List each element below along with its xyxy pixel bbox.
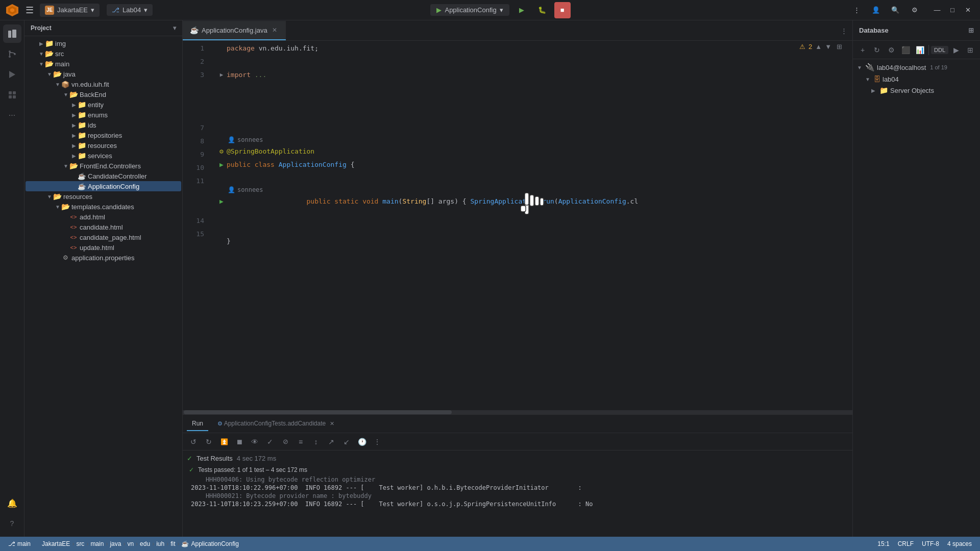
console-line-3: HHH000021: Bytecode provider name : byte…	[183, 492, 852, 500]
db-connection[interactable]: ▼ 🔌 lab04@localhost 1 of 19	[853, 61, 980, 73]
status-breadcrumb[interactable]: JakartaEE › src › main › java › vn › edu…	[39, 540, 242, 547]
warning-up-arrow[interactable]: ▲	[815, 43, 822, 51]
tree-item-java[interactable]: ▼ 📂 java	[26, 69, 181, 79]
collapse-btn[interactable]: ↙	[340, 435, 353, 448]
run-button[interactable]: ▶	[513, 2, 530, 18]
tab-close-button[interactable]: ✕	[271, 26, 279, 34]
run-until-btn[interactable]: ⏫	[217, 435, 231, 448]
rerun-btn[interactable]: ↺	[187, 435, 200, 448]
tree-item-src[interactable]: ▼ 📂 src	[26, 48, 181, 59]
stop-button[interactable]: ■	[554, 2, 571, 18]
activity-plugins[interactable]	[3, 86, 21, 104]
status-position[interactable]: 15:1	[874, 540, 892, 547]
tab-more-button[interactable]: ⋮	[836, 21, 852, 40]
activity-more[interactable]: ···	[3, 106, 21, 124]
pause-btn[interactable]: 👁	[248, 435, 261, 448]
maximize-button[interactable]: □	[945, 3, 960, 17]
tree-item-main[interactable]: ▼ 📂 main	[26, 59, 181, 69]
run-gutter-icon-2[interactable]: ▶	[219, 195, 224, 208]
warning-down-arrow[interactable]: ▼	[825, 43, 831, 51]
db-refresh-btn[interactable]: ↻	[870, 43, 884, 57]
tree-item-candidate-html[interactable]: <> candidate.html	[26, 222, 181, 232]
run-config-selector[interactable]: ▶ ApplicationConfig ▾	[430, 4, 509, 16]
branch-selector[interactable]: ⎇ Lab04 ▾	[107, 4, 153, 16]
activity-run-debug[interactable]	[3, 65, 21, 84]
close-button[interactable]: ✕	[961, 3, 975, 17]
ddl-arrow[interactable]: ▶	[949, 43, 963, 57]
db-server-objects[interactable]: ▶ 📁 Server Objects	[853, 85, 980, 96]
folder-icon: 📁	[45, 39, 53, 47]
tree-item-app-properties[interactable]: ⚙ application.properties	[26, 253, 181, 263]
expand-btn[interactable]: ↗	[325, 435, 338, 448]
sort-btn[interactable]: ≡	[294, 435, 307, 448]
console-line-1: HHH000406: Using bytecode reflection opt…	[183, 475, 852, 484]
tree-item-enums[interactable]: ▶ 📁 enums	[26, 110, 181, 120]
activity-project[interactable]	[3, 24, 21, 43]
tree-item-update-html[interactable]: <> update.html	[26, 242, 181, 253]
ignore-btn[interactable]: ⊘	[279, 435, 292, 448]
db-table-btn[interactable]: 📊	[913, 43, 926, 57]
activity-vcs[interactable]	[3, 45, 21, 63]
user-button[interactable]: 👤	[868, 2, 884, 18]
tree-item-add-html[interactable]: <> add.html	[26, 212, 181, 222]
status-indent[interactable]: 4 spaces	[944, 540, 975, 547]
db-console-btn[interactable]: ⬛	[899, 43, 912, 57]
tree-item-resources-be[interactable]: ▶ 📁 resources	[26, 140, 181, 151]
collapse-arrow: ▶	[70, 101, 78, 108]
test-results-header: ✓ Test Results 4 sec 172 ms	[183, 453, 852, 464]
settings-button[interactable]: ⚙	[906, 2, 923, 18]
editor-collapse-btn[interactable]: ⊞	[837, 43, 842, 51]
no-arrow	[62, 244, 69, 251]
bottom-tab-tests[interactable]: ⚙ ApplicationConfigTests.addCandidate ✕	[212, 417, 339, 431]
tree-item-package[interactable]: ▼ 📦 vn.edu.iuh.fit	[26, 79, 181, 89]
tree-item-frontend[interactable]: ▼ 📂 FrontEnd.Controllers	[26, 161, 181, 171]
search-button[interactable]: 🔍	[887, 2, 903, 18]
more-button[interactable]: ⋮	[848, 2, 865, 18]
db-more-btn[interactable]: ⊞	[964, 43, 977, 57]
db-sync-btn[interactable]: ⚙	[885, 43, 898, 57]
tree-item-ids[interactable]: ▶ 📁 ids	[26, 120, 181, 130]
bottom-tab-run[interactable]: Run	[187, 417, 208, 431]
tree-item-templates[interactable]: ▼ 📂 templates.candidates	[26, 202, 181, 212]
horizontal-scrollbar[interactable]	[183, 410, 852, 414]
tests-tab-close[interactable]: ✕	[330, 420, 334, 427]
group-btn[interactable]: ↕	[309, 435, 323, 448]
tree-item-candidate-controller[interactable]: ☕ CandidateController	[26, 171, 181, 181]
debug-button[interactable]: 🐛	[534, 2, 550, 18]
history-btn[interactable]: 🕐	[355, 435, 369, 448]
db-expand-arrow: ▼	[857, 65, 863, 70]
item-label: ids	[88, 121, 96, 129]
status-crlf[interactable]: CRLF	[895, 540, 917, 547]
tree-item-application-config[interactable]: ☕ ApplicationConfig	[26, 181, 181, 191]
line-numbers: 1 2 3 7 8 9 10 11 14 1	[183, 41, 208, 414]
activity-notifications[interactable]: 🔔	[3, 494, 21, 512]
tree-item-entity[interactable]: ▶ 📁 entity	[26, 99, 181, 110]
tree-item-img[interactable]: ▶ 📁 img	[26, 38, 181, 48]
tree-item-services[interactable]: ▶ 📁 services	[26, 151, 181, 161]
activity-help[interactable]: ?	[3, 514, 21, 533]
project-selector[interactable]: JE JakartaEE ▾	[40, 4, 100, 17]
check-btn[interactable]: ✓	[263, 435, 277, 448]
ddl-badge[interactable]: DDL	[931, 46, 948, 54]
expand-icon[interactable]: ▶	[220, 68, 224, 82]
tree-item-backend[interactable]: ▼ 📂 BackEnd	[26, 89, 181, 99]
tree-item-candidate-page-html[interactable]: <> candidate_page.html	[26, 232, 181, 242]
hamburger-menu[interactable]: ☰	[23, 3, 36, 18]
minimize-button[interactable]: —	[930, 3, 944, 17]
tree-item-resources[interactable]: ▼ 📂 resources	[26, 191, 181, 202]
code-editor[interactable]: ⚠ 2 ▲ ▼ ⊞ 1 2 3 7 8	[183, 41, 852, 414]
no-arrow	[54, 254, 61, 261]
db-add-btn[interactable]: +	[856, 43, 869, 57]
stop-btn[interactable]: ⏹	[233, 435, 246, 448]
code-content[interactable]: package vn.edu.iuh.fit; ▶ import ...	[208, 41, 852, 414]
tab-application-config[interactable]: ☕ ApplicationConfig.java ✕	[183, 21, 286, 40]
app-logo	[5, 3, 19, 17]
status-branch[interactable]: ⎇ main	[5, 540, 34, 547]
more-options-btn[interactable]: ⋮	[371, 435, 384, 448]
tree-item-repositories[interactable]: ▶ 📁 repositories	[26, 130, 181, 140]
database-expand-icon[interactable]: ⊞	[968, 27, 974, 34]
run-gutter-icon[interactable]: ▶	[219, 158, 224, 171]
status-charset[interactable]: UTF-8	[919, 540, 942, 547]
run-failed-btn[interactable]: ↻	[202, 435, 215, 448]
db-database[interactable]: ▼ 🗄 lab04	[853, 73, 980, 85]
